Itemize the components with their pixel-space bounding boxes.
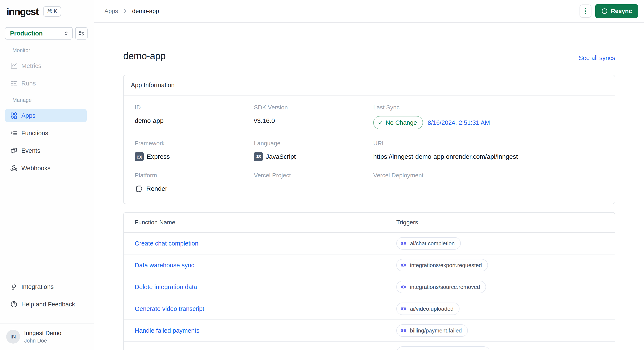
sidebar-item-label: Integrations bbox=[21, 283, 54, 290]
sidebar-item-functions[interactable]: Functions bbox=[5, 127, 87, 140]
resync-button[interactable]: Resync bbox=[595, 4, 638, 18]
trigger-name: integrations/source.removed bbox=[410, 284, 480, 290]
page-title: demo-app bbox=[123, 51, 166, 62]
sidebar: inngest ⌘ K Production Monitor bbox=[0, 0, 94, 350]
refresh-icon bbox=[601, 8, 608, 14]
sidebar-item-label: Events bbox=[21, 147, 40, 154]
sidebar-nav: Monitor Metrics Runs Manage bbox=[0, 47, 94, 175]
section-label-monitor: Monitor bbox=[0, 47, 94, 54]
sidebar-item-webhooks[interactable]: Webhooks bbox=[5, 162, 87, 175]
logo-row: inngest ⌘ K bbox=[6, 6, 94, 17]
no-change-badge: No Change bbox=[373, 116, 423, 129]
field-framework: Framework ex Express bbox=[135, 140, 254, 161]
user-name: John Doe bbox=[24, 337, 61, 344]
kebab-menu-icon bbox=[583, 8, 588, 15]
render-icon bbox=[135, 184, 143, 193]
environment-settings-button[interactable] bbox=[75, 27, 88, 40]
column-header-triggers: Triggers bbox=[396, 219, 615, 226]
function-link[interactable]: Create chat completion bbox=[135, 240, 396, 247]
sidebar-item-metrics[interactable]: Metrics bbox=[5, 59, 87, 72]
event-trigger-icon bbox=[400, 327, 407, 333]
user-info: Inngest Demo John Doe bbox=[24, 329, 61, 344]
trigger-name: ai/chat.completion bbox=[410, 240, 455, 247]
field-platform: Platform Render bbox=[135, 172, 254, 193]
javascript-icon: JS bbox=[254, 152, 263, 161]
no-change-badge-label: No Change bbox=[386, 119, 417, 126]
function-link[interactable]: Import data pipeline bbox=[135, 349, 396, 350]
function-link[interactable]: Handle failed payments bbox=[135, 327, 396, 334]
sidebar-item-apps[interactable]: Apps bbox=[5, 109, 87, 122]
environment-selector-value: Production bbox=[10, 30, 43, 37]
field-value: Render bbox=[135, 184, 254, 193]
field-label: Last Sync bbox=[373, 104, 608, 111]
function-row[interactable]: Generate video transcript ai/video.uploa… bbox=[124, 298, 615, 320]
field-vercel-project: Vercel Project - bbox=[254, 172, 373, 193]
manage-group: Apps Functions Events bbox=[0, 109, 94, 175]
app-root: inngest ⌘ K Production Monitor bbox=[0, 0, 644, 350]
field-id: ID demo-app bbox=[135, 104, 254, 129]
dashed-list-icon bbox=[10, 80, 18, 87]
function-row[interactable]: Data warehouse sync integrations/export.… bbox=[124, 254, 615, 276]
trigger-badge: ai/video.uploaded bbox=[396, 302, 460, 315]
environment-selector[interactable]: Production bbox=[5, 27, 72, 40]
function-link[interactable]: Delete integration data bbox=[135, 283, 396, 291]
sidebar-item-label: Functions bbox=[21, 130, 48, 137]
sidebar-item-integrations[interactable]: Integrations bbox=[5, 280, 87, 293]
trigger-badge: integrations/export.requested bbox=[396, 259, 488, 271]
function-link[interactable]: Data warehouse sync bbox=[135, 262, 396, 269]
trigger-name: integrations/export.requested bbox=[410, 262, 482, 269]
trigger-badge: billing/payment.failed bbox=[396, 324, 468, 337]
line-chart-icon bbox=[10, 62, 18, 70]
app-information-title: App Information bbox=[124, 75, 615, 96]
platform-value: Render bbox=[146, 185, 167, 192]
section-label-manage: Manage bbox=[0, 97, 94, 103]
function-row[interactable]: Create chat completion ai/chat.completio… bbox=[124, 233, 615, 254]
functions-card: Function Name Triggers Create chat compl… bbox=[123, 212, 615, 350]
chevron-right-icon bbox=[122, 8, 128, 14]
sidebar-bottom: Integrations Help and Feedback IN Innges… bbox=[0, 280, 94, 350]
avatar: IN bbox=[6, 330, 20, 343]
function-row[interactable]: Import data pipeline integrations/source… bbox=[124, 342, 615, 350]
sidebar-item-events[interactable]: Events bbox=[5, 144, 87, 157]
field-label: Framework bbox=[135, 140, 254, 147]
trigger-badge: integrations/source.connected bbox=[396, 346, 490, 350]
event-trigger-icon bbox=[400, 284, 407, 290]
event-trigger-icon bbox=[400, 240, 407, 246]
field-label: Vercel Project bbox=[254, 172, 373, 179]
trigger-name: ai/video.uploaded bbox=[410, 305, 454, 312]
field-last-sync: Last Sync No Change 8/16/2024, 2:51:31 A… bbox=[373, 104, 608, 129]
see-all-syncs-link[interactable]: See all syncs bbox=[579, 55, 615, 62]
content-area: demo-app See all syncs App Information I… bbox=[94, 23, 644, 350]
user-menu[interactable]: IN Inngest Demo John Doe bbox=[0, 323, 94, 350]
field-value: demo-app bbox=[135, 116, 254, 125]
functions-table-header: Function Name Triggers bbox=[124, 213, 615, 233]
inngest-logo: inngest bbox=[6, 6, 38, 17]
shapes-grid-icon bbox=[10, 112, 18, 119]
column-header-function-name: Function Name bbox=[135, 219, 396, 226]
field-value: v3.16.0 bbox=[254, 116, 373, 125]
sidebar-item-label: Apps bbox=[21, 112, 36, 119]
title-row: demo-app See all syncs bbox=[123, 51, 615, 62]
field-label: SDK Version bbox=[254, 104, 373, 111]
sidebar-item-runs[interactable]: Runs bbox=[5, 77, 87, 90]
breadcrumb-apps-link[interactable]: Apps bbox=[104, 8, 118, 15]
field-label: Vercel Deployment bbox=[373, 172, 608, 179]
field-label: ID bbox=[135, 104, 254, 111]
function-row[interactable]: Delete integration data integrations/sou… bbox=[124, 276, 615, 298]
field-label: URL bbox=[373, 140, 608, 147]
field-url: URL https://inngest-demo-app.onrender.co… bbox=[373, 140, 608, 161]
app-url-value: https://inngest-demo-app.onrender.com/ap… bbox=[373, 152, 608, 161]
app-information-card: App Information ID demo-app SDK Version … bbox=[123, 75, 615, 204]
last-sync-date-link[interactable]: 8/16/2024, 2:51:31 AM bbox=[428, 119, 490, 126]
field-language: Language JS JavaScript bbox=[254, 140, 373, 161]
express-icon: ex bbox=[135, 152, 144, 161]
app-actions-menu-button[interactable] bbox=[580, 5, 592, 18]
function-link[interactable]: Generate video transcript bbox=[135, 305, 396, 312]
function-list-icon bbox=[10, 130, 18, 137]
resync-button-label: Resync bbox=[611, 8, 632, 15]
sidebar-item-help-feedback[interactable]: Help and Feedback bbox=[5, 298, 87, 311]
field-sdk-version: SDK Version v3.16.0 bbox=[254, 104, 373, 129]
command-k-shortcut[interactable]: ⌘ K bbox=[43, 6, 61, 17]
event-trigger-icon bbox=[400, 306, 407, 312]
function-row[interactable]: Handle failed payments billing/payment.f… bbox=[124, 320, 615, 342]
